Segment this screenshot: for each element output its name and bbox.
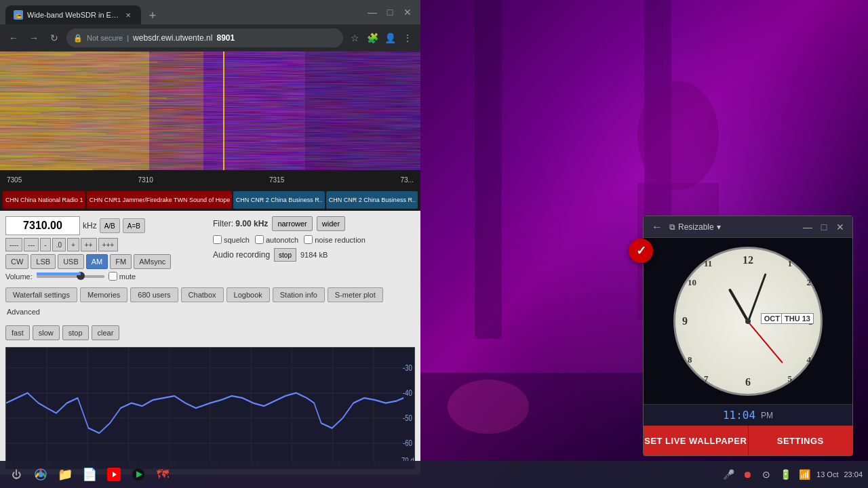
smeter-chart: -30 dB -40 dB -50 dB -60 dB -70 dB 60 80…	[5, 347, 415, 469]
speed-slow-button[interactable]: slow	[33, 325, 60, 340]
tune-btn-7[interactable]: +++	[98, 238, 119, 251]
frequency-input[interactable]: 7310.00	[5, 216, 80, 235]
profile-icon[interactable]: 👤	[382, 30, 397, 45]
tab-waterfall-settings[interactable]: Waterfall settings	[5, 287, 77, 302]
minimize-button[interactable]: —	[365, 5, 380, 20]
taskbar-docs-icon[interactable]: 📄	[79, 464, 100, 485]
tab-chatbox[interactable]: Chatbox	[181, 287, 224, 302]
squelch-checkbox[interactable]	[213, 235, 222, 244]
maximize-button[interactable]: □	[382, 5, 397, 20]
speed-stop-button[interactable]: stop	[62, 325, 89, 340]
clock-titlebar: ← ⧉ Resizable ▾ — □ ✕	[644, 216, 852, 238]
refresh-button[interactable]: ↻	[46, 30, 62, 46]
back-button[interactable]: ←	[5, 30, 22, 46]
waterfall-canvas	[0, 52, 420, 170]
svg-line-39	[43, 473, 46, 477]
taskbar-play-store-icon[interactable]	[127, 464, 149, 485]
frequency-row: 7310.00 kHz A/B A=B	[5, 216, 208, 235]
tune-btn-5[interactable]: +	[67, 238, 79, 251]
svg-text:-40 dB: -40 dB	[403, 388, 414, 398]
taskbar-unknown-icon[interactable]: ⊙	[760, 468, 773, 481]
tab-users[interactable]: 680 users	[130, 287, 178, 302]
noise-reduction-checkbox[interactable]	[304, 235, 313, 244]
controls-top: 7310.00 kHz A/B A=B ---- --- - .0 + ++ +…	[5, 216, 415, 281]
volume-label: Volume:	[5, 272, 33, 281]
squelch-container[interactable]: squelch	[213, 235, 250, 244]
tune-btn-2[interactable]: ---	[24, 238, 39, 251]
clock-date-day: THU 13	[781, 313, 814, 324]
tune-btn-4[interactable]: .0	[52, 238, 66, 251]
khz-label: kHz	[83, 221, 97, 230]
tab-logbook[interactable]: Logbook	[226, 287, 270, 302]
toolbar-icons: ☆ 🧩 👤 ⋮	[347, 30, 415, 45]
clock-title-area: ⧉ Resizable ▾	[669, 222, 797, 232]
audio-row: Audio recording stop 9184 kB	[213, 248, 415, 262]
volume-slider[interactable]	[37, 275, 104, 278]
clock-num-12: 12	[743, 254, 753, 266]
clock-num-4: 4	[807, 354, 812, 365]
filter-row: Filter: 9.00 kHz narrower wider	[213, 216, 415, 231]
new-tab-button[interactable]: +	[144, 7, 161, 24]
tab-memories[interactable]: Memories	[80, 287, 127, 302]
tab-close-button[interactable]: ✕	[123, 10, 133, 20]
taskbar-power-icon[interactable]: ⏻	[5, 464, 27, 485]
mode-cw[interactable]: CW	[5, 254, 28, 269]
tune-buttons: ---- --- - .0 + ++ +++	[5, 238, 208, 251]
audio-size-label: 9184 kB	[300, 251, 328, 259]
mute-checkbox-container[interactable]: mute	[108, 272, 136, 281]
clock-close-button[interactable]: ✕	[833, 220, 847, 234]
audio-stop-button[interactable]: stop	[274, 248, 296, 262]
close-button[interactable]: ✕	[400, 5, 415, 20]
taskbar-battery-icon[interactable]: 🔋	[778, 468, 792, 481]
mode-fm[interactable]: FM	[110, 254, 132, 269]
settings-button[interactable]: SETTINGS	[748, 426, 853, 455]
tune-btn-3[interactable]: -	[40, 238, 50, 251]
address-bar[interactable]: 🔒 Not secure | websdr.ewi.utwente.nl 890…	[66, 28, 343, 47]
tab-favicon: 📻	[14, 10, 23, 20]
taskbar-youtube-icon[interactable]	[103, 464, 125, 485]
clock-center-dot	[745, 319, 751, 324]
confirm-button[interactable]: ✓	[629, 239, 653, 263]
tab-smeter-plot[interactable]: S-meter plot	[328, 287, 383, 302]
tab-station-info[interactable]: Station info	[273, 287, 325, 302]
wider-button[interactable]: wider	[317, 216, 345, 231]
clock-minimize-button[interactable]: —	[801, 220, 814, 234]
forward-button[interactable]: →	[26, 30, 42, 46]
more-menu-icon[interactable]: ⋮	[400, 30, 415, 45]
speed-fast-button[interactable]: fast	[5, 325, 30, 340]
tune-btn-6[interactable]: ++	[81, 238, 97, 251]
mode-lsb[interactable]: LSB	[31, 254, 56, 269]
mute-checkbox[interactable]	[108, 272, 117, 281]
frequency-marker	[223, 52, 224, 170]
noise-reduction-container[interactable]: noise reduction	[304, 235, 366, 244]
mode-am[interactable]: AM	[86, 254, 108, 269]
station-labels: CHN China National Radio 1 CHN CNR1 Jamm…	[0, 189, 420, 211]
extension-icon[interactable]: 🧩	[365, 30, 380, 45]
tune-btn-1[interactable]: ----	[5, 238, 22, 251]
browser-titlebar: 📻 Wide-band WebSDR in Ens... ✕ + — □ ✕	[0, 0, 420, 24]
clock-maximize-button[interactable]: □	[817, 220, 831, 234]
clock-date-month: OCT	[761, 313, 783, 324]
autonotch-container[interactable]: autonotch	[255, 235, 298, 244]
clock-back-button[interactable]: ←	[649, 221, 665, 233]
mode-usb[interactable]: USB	[58, 254, 84, 269]
taskbar-chrome-icon[interactable]	[30, 464, 52, 485]
autonotch-checkbox[interactable]	[255, 235, 264, 244]
taskbar-microphone-icon[interactable]: 🎤	[722, 468, 735, 481]
browser-tab-active[interactable]: 📻 Wide-band WebSDR in Ens... ✕	[5, 5, 141, 24]
taskbar-record-icon[interactable]: ⏺	[741, 468, 754, 481]
mode-amsync[interactable]: AMsync	[134, 254, 171, 269]
taskbar-maps-icon[interactable]: 🗺	[152, 464, 174, 485]
taskbar-wifi-icon[interactable]: 📶	[797, 468, 811, 481]
sdr-controls: 7310.00 kHz A/B A=B ---- --- - .0 + ++ +…	[0, 211, 420, 474]
freq-label-1: 7305	[7, 176, 22, 184]
set-live-wallpaper-button[interactable]: SET LIVE WALLPAPER	[644, 426, 748, 455]
clock-window-buttons: — □ ✕	[801, 220, 847, 234]
speed-clear-button[interactable]: clear	[92, 325, 120, 340]
clock-num-1: 1	[788, 258, 793, 269]
aeb-button[interactable]: A=B	[123, 218, 145, 233]
taskbar-files-icon[interactable]: 📁	[54, 464, 76, 485]
ab-button[interactable]: A/B	[100, 218, 120, 233]
narrower-button[interactable]: narrower	[272, 216, 312, 231]
bookmark-icon[interactable]: ☆	[347, 30, 362, 45]
